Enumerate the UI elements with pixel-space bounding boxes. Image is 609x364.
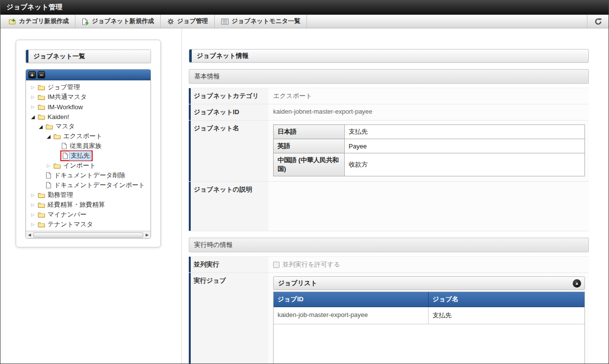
tree-item[interactable]: ドキュメントデータインポート <box>27 180 150 190</box>
tree-item[interactable]: ▷マイナンバー <box>27 210 150 219</box>
expand-node-icon[interactable]: ▷ <box>29 202 37 207</box>
collapse-node-icon[interactable]: ◢ <box>29 114 37 120</box>
tree-item-label[interactable]: インポート <box>62 161 97 170</box>
tree-node[interactable]: テナントマスタ <box>37 219 95 229</box>
window-title-bar: ジョブネット管理 <box>0 0 609 15</box>
app-window: ジョブネット管理 カテゴリ新規作成 ジョブネット新規作成 ジョブ管理 ジョブネ <box>0 0 609 364</box>
job-list-panel: ジョブリスト ▲ ジョブID ジョブ名 kaiden-job-master-ex… <box>273 276 585 364</box>
jobnet-id-row: ジョブネットID kaiden-jobnet-master-export-pay… <box>189 104 589 121</box>
expand-node-icon[interactable]: ▷ <box>29 222 37 227</box>
tree-item[interactable]: ▷テナントマスタ <box>27 219 150 229</box>
parallel-execution-checkbox[interactable] <box>273 262 279 268</box>
jobnet-name-zh[interactable]: 收款方 <box>345 153 585 176</box>
tree-item-label[interactable]: マスタ <box>54 122 76 131</box>
jobnet-description-field[interactable] <box>268 182 589 231</box>
job-name-cell: 支払先 <box>429 307 584 324</box>
jobnet-list-title: ジョブネット一覧 <box>25 49 151 63</box>
tree-item-label[interactable]: エクスポート <box>62 132 103 141</box>
collapse-node-icon[interactable]: ◢ <box>45 134 52 139</box>
job-management-button[interactable]: ジョブ管理 <box>161 15 215 28</box>
refresh-button[interactable] <box>587 15 609 28</box>
tree-node[interactable]: ドキュメントデータ削除 <box>45 170 127 180</box>
tree-item[interactable]: ▷IM-Workflow <box>27 102 150 112</box>
folder-icon <box>38 104 45 110</box>
tree-horizontal-scrollbar[interactable]: ◀ ▶ <box>26 231 151 238</box>
jobnet-category-value: エクスポート <box>268 88 589 104</box>
expand-all-button[interactable]: + <box>28 71 36 78</box>
jobnet-monitor-list-button[interactable]: ジョブネットモニタ一覧 <box>215 15 307 28</box>
tree-item-label[interactable]: テナントマスタ <box>47 220 94 229</box>
job-list-header: ジョブリスト ▲ <box>273 276 585 290</box>
tree-item[interactable]: ▷勤務管理 <box>27 190 150 200</box>
collapse-panel-button[interactable]: ▲ <box>573 279 581 288</box>
tree-item-label[interactable]: 支払先 <box>70 151 91 160</box>
tree-node[interactable]: ジョブ管理 <box>37 82 82 92</box>
selected-tree-node[interactable]: 支払先 <box>60 150 93 161</box>
tree-item-label[interactable]: Kaiden! <box>47 113 70 121</box>
tree-item-label[interactable]: 経費精算・旅費精算 <box>47 200 106 209</box>
tree-item[interactable]: ▷インポート <box>27 161 150 170</box>
tree-indent-spacer <box>37 183 45 188</box>
tree-node[interactable]: Kaiden! <box>37 113 71 121</box>
tree-item-label[interactable]: マイナンバー <box>47 210 88 219</box>
tree-node[interactable]: 従業員家族 <box>60 141 103 151</box>
tree-node[interactable]: ドキュメントデータインポート <box>45 180 147 190</box>
tree-item[interactable]: ドキュメントデータ削除 <box>27 170 150 180</box>
tree-item[interactable]: ▷ジョブ管理 <box>27 82 150 92</box>
expand-node-icon[interactable]: ▷ <box>29 104 37 109</box>
folder-icon <box>38 192 45 198</box>
tree-node[interactable]: マスタ <box>45 121 77 131</box>
jobnet-category-row: ジョブネットカテゴリ エクスポート <box>189 88 589 104</box>
tree-item[interactable]: ◢Kaiden! <box>27 112 150 121</box>
tree-node[interactable]: IM-Workflow <box>37 103 85 111</box>
tree-node[interactable]: 経費精算・旅費精算 <box>37 200 107 210</box>
tree-item[interactable]: 支払先 <box>27 151 150 161</box>
jobnet-name-ja[interactable]: 支払先 <box>345 125 585 139</box>
folder-icon <box>38 94 45 100</box>
tree-item[interactable]: ◢マスタ <box>27 121 150 131</box>
new-jobnet-icon <box>82 18 89 25</box>
tree-indent-spacer <box>52 153 60 158</box>
tree-toolbar: + − <box>26 70 151 80</box>
file-icon <box>46 182 51 189</box>
folder-icon <box>38 114 45 120</box>
expand-node-icon[interactable]: ▷ <box>45 163 52 168</box>
tree-item[interactable]: ◢エクスポート <box>27 131 150 141</box>
jobnet-name-row: ジョブネット名 日本語 支払先 英語 Payee <box>189 121 589 182</box>
tree-item[interactable]: ▷経費精算・旅費精算 <box>27 200 150 210</box>
expand-node-icon[interactable]: ▷ <box>29 85 37 90</box>
collapse-all-button[interactable]: − <box>38 71 45 78</box>
expand-node-icon[interactable]: ▷ <box>29 212 37 217</box>
tree-node[interactable]: エクスポート <box>52 131 104 141</box>
tree-node[interactable]: インポート <box>52 161 98 170</box>
job-table: ジョブID ジョブ名 kaiden-job-master-export-paye… <box>273 291 585 364</box>
basic-info-section-header: 基本情報 <box>189 69 589 84</box>
jobnet-name-en[interactable]: Payee <box>345 139 585 153</box>
collapse-node-icon[interactable]: ◢ <box>37 124 45 129</box>
table-row: 日本語 支払先 <box>274 125 585 139</box>
tree-item-label[interactable]: IM-Workflow <box>47 103 84 111</box>
tree-item-label[interactable]: 勤務管理 <box>47 191 74 199</box>
expand-node-icon[interactable]: ▷ <box>29 95 37 99</box>
tree-item[interactable]: ▷IM共通マスタ <box>27 92 150 102</box>
scroll-left-icon[interactable]: ◀ <box>26 233 33 237</box>
tree-item-label[interactable]: ドキュメントデータ削除 <box>53 171 126 180</box>
tree-item-label[interactable]: IM共通マスタ <box>47 93 88 101</box>
create-category-button[interactable]: カテゴリ新規作成 <box>2 15 76 28</box>
jobnet-monitor-list-label: ジョブネットモニタ一覧 <box>231 17 300 25</box>
tree-node[interactable]: IM共通マスタ <box>37 92 89 102</box>
tree-item-label[interactable]: ジョブ管理 <box>47 83 81 92</box>
scrollbar-thumb[interactable] <box>33 232 143 238</box>
tree-item-label[interactable]: 従業員家族 <box>69 142 102 150</box>
scroll-right-icon[interactable]: ▶ <box>144 233 151 237</box>
tree-node[interactable]: マイナンバー <box>37 210 89 219</box>
tree-node[interactable]: 勤務管理 <box>37 190 75 200</box>
gear-icon <box>167 18 174 25</box>
tree-item-label[interactable]: ドキュメントデータインポート <box>53 181 146 190</box>
job-table-row[interactable]: kaiden-job-master-export-payee支払先 <box>274 307 584 324</box>
create-jobnet-button[interactable]: ジョブネット新規作成 <box>76 15 161 28</box>
jobnet-category-label: ジョブネットカテゴリ <box>189 88 268 104</box>
jobnet-info-area: ジョブネット情報 基本情報 ジョブネットカテゴリ エクスポート ジョブネットID… <box>182 28 609 364</box>
tree-item[interactable]: 従業員家族 <box>27 141 150 151</box>
expand-node-icon[interactable]: ▷ <box>29 193 37 197</box>
